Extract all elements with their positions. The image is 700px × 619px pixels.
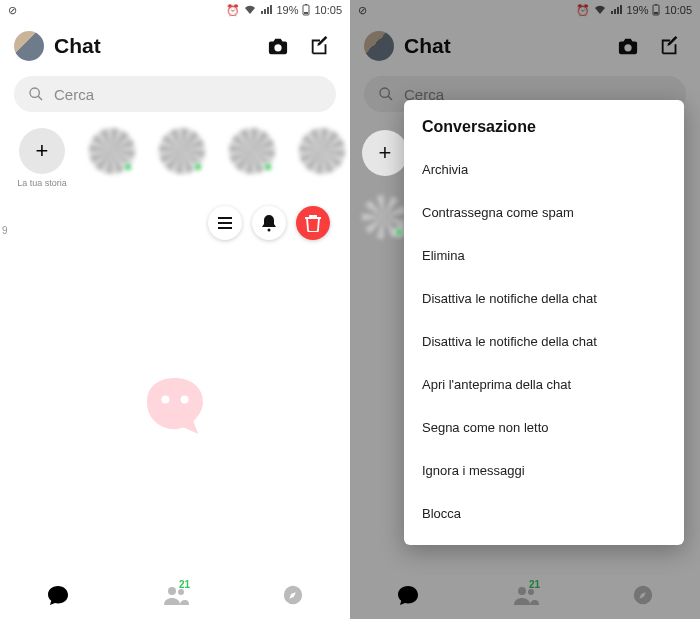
sheet-title: Conversazione [422,118,666,136]
people-badge: 21 [179,579,190,590]
signal-icon [260,5,272,15]
tab-discover[interactable] [282,584,304,606]
profile-avatar[interactable] [14,31,44,61]
online-dot-icon [123,162,133,172]
online-dot-icon [263,162,273,172]
your-story[interactable]: + La tua storia [14,128,70,188]
svg-point-10 [161,395,169,403]
wifi-icon [244,5,256,15]
watermark-icon [135,366,215,446]
svg-rect-2 [305,4,307,5]
header: Chat [0,20,350,68]
svg-point-3 [274,44,281,51]
svg-rect-1 [304,12,308,14]
plus-icon: + [19,128,65,174]
screen-right: ⊘ ⏰ 19% 10:05 Chat [350,0,700,619]
sheet-item-preview[interactable]: Apri l'anteprima della chat [422,363,666,406]
sheet-item-unread[interactable]: Segna come non letto [422,406,666,449]
page-title: Chat [54,34,252,58]
conversation-avatar [362,195,406,239]
sheet-item-delete[interactable]: Elimina [422,234,666,277]
your-story-label: La tua storia [17,178,67,188]
sheet-item-block[interactable]: Blocca [422,492,666,535]
conversation-actions [0,192,350,240]
bottom-nav: 21 [0,571,350,619]
content-area [0,240,350,571]
svg-point-4 [30,88,39,97]
screen-left: ⊘ ⏰ 19% 10:05 Chat [0,0,350,619]
story-item[interactable] [154,128,210,188]
tab-chats[interactable] [46,583,70,607]
sheet-item-ignore[interactable]: Ignora i messaggi [422,449,666,492]
search-input[interactable]: Cerca [14,76,336,112]
your-story-under-overlay: + [362,130,408,176]
online-dot-icon [193,162,203,172]
sheet-item-mute2[interactable]: Disattiva le notifiche della chat [422,320,666,363]
battery-percent: 19% [276,4,298,16]
notifications-button[interactable] [252,206,286,240]
tab-people[interactable]: 21 [163,585,189,605]
story-item[interactable] [84,128,140,188]
online-dot-icon [394,227,404,237]
story-item[interactable] [294,128,350,188]
battery-icon [302,4,310,16]
compose-button[interactable] [304,30,336,62]
delete-button[interactable] [296,206,330,240]
sheet-item-mute[interactable]: Disattiva le notifiche della chat [422,277,666,320]
camera-button[interactable] [262,30,294,62]
sheet-item-spam[interactable]: Contrassegna come spam [422,191,666,234]
menu-button[interactable] [208,206,242,240]
status-bar: ⊘ ⏰ 19% 10:05 [0,0,350,20]
status-left-icon: ⊘ [8,4,17,17]
stray-number: 9 [2,225,8,236]
search-placeholder: Cerca [54,86,94,103]
conversation-action-sheet: Conversazione Archivia Contrassegna come… [404,100,684,545]
svg-point-11 [181,395,189,403]
svg-point-12 [168,587,176,595]
svg-line-5 [38,96,42,100]
svg-point-9 [268,229,271,232]
sheet-item-archive[interactable]: Archivia [422,148,666,191]
status-time: 10:05 [314,4,342,16]
search-icon [28,86,44,102]
stories-row: + La tua storia [0,120,350,192]
story-item[interactable] [224,128,280,188]
alarm-icon: ⏰ [226,4,240,17]
